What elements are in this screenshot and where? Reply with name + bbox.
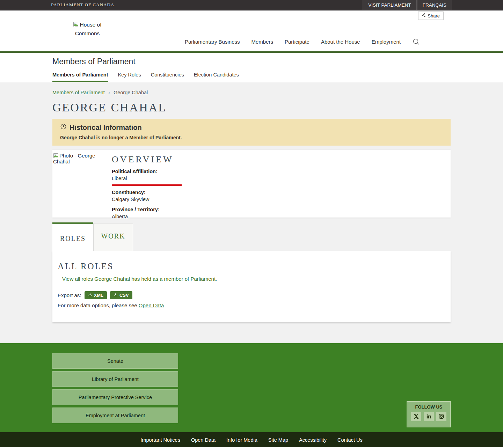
parliament-brand: PARLIAMENT OF CANADA: [51, 2, 114, 8]
view-all-roles-link[interactable]: View all roles George Chahal has held as…: [62, 276, 217, 282]
subnav-election-candidates[interactable]: Election Candidates: [194, 72, 239, 82]
house-of-commons-logo[interactable]: House of Commons: [63, 20, 112, 38]
subnav-key-roles[interactable]: Key Roles: [118, 72, 141, 82]
overview-heading: OVERVIEW: [112, 154, 182, 165]
nav-participate[interactable]: Participate: [285, 39, 309, 45]
language-toggle-francais[interactable]: FRANÇAIS: [417, 0, 452, 10]
search-icon[interactable]: [412, 38, 420, 46]
main-content: Members of Parliament › George Chahal GE…: [0, 82, 503, 343]
info-for-media-link[interactable]: Info for Media: [226, 437, 257, 443]
section-subnav: Members of Parliament Key Roles Constitu…: [52, 72, 503, 82]
historical-information-banner: Historical Information George Chahal is …: [52, 119, 451, 146]
nav-members[interactable]: Members: [251, 39, 273, 45]
profile-tabs: ROLES WORK: [52, 222, 451, 251]
export-xml-label: XML: [94, 293, 103, 298]
clock-icon: [60, 123, 67, 132]
open-data-text: For more data options, please see: [58, 302, 139, 308]
political-affiliation-value: Liberal: [112, 175, 182, 182]
open-data-row: For more data options, please see Open D…: [58, 302, 451, 308]
province-value: Alberta: [112, 213, 182, 220]
visit-parliament-link[interactable]: VISIT PARLIAMENT: [363, 0, 417, 10]
nav-about-the-house[interactable]: About the House: [321, 39, 360, 45]
tab-roles[interactable]: ROLES: [52, 222, 93, 251]
constituency-value: Calgary Skyview: [112, 196, 182, 203]
download-icon: [114, 293, 118, 298]
main-navigation: Parliamentary Business Members Participa…: [185, 38, 420, 46]
tab-work[interactable]: WORK: [93, 223, 133, 251]
export-csv-label: CSV: [119, 293, 129, 298]
members-section-header: Members of Parliament Members of Parliam…: [0, 53, 503, 82]
subnav-constituencies[interactable]: Constituencies: [151, 72, 184, 82]
instagram-icon[interactable]: [436, 412, 446, 421]
share-label: Share: [428, 13, 440, 19]
share-icon: [421, 13, 426, 19]
political-affiliation-label: Political Affiliation:: [112, 168, 182, 175]
export-xml-button[interactable]: XML: [85, 291, 107, 299]
export-csv-button[interactable]: CSV: [110, 291, 132, 299]
breadcrumb-members-link[interactable]: Members of Parliament: [52, 90, 105, 95]
overview-body: OVERVIEW Political Affiliation: Liberal …: [112, 150, 182, 218]
nav-parliamentary-business[interactable]: Parliamentary Business: [185, 39, 240, 45]
roles-panel: ALL ROLES View all roles George Chahal h…: [52, 251, 451, 322]
footer-employment-button[interactable]: Employment at Parliament: [52, 407, 178, 423]
site-map-link[interactable]: Site Map: [268, 437, 288, 443]
accessibility-link[interactable]: Accessibility: [299, 437, 327, 443]
notice-message: George Chahal is no longer a Member of P…: [60, 135, 443, 140]
spacer: [452, 0, 503, 10]
utility-bar: PARLIAMENT OF CANADA VISIT PARLIAMENT FR…: [0, 0, 503, 10]
important-notices-link[interactable]: Important Notices: [140, 437, 180, 443]
linkedin-icon[interactable]: [424, 412, 434, 421]
notice-title: Historical Information: [70, 124, 142, 132]
party-color-bar: [112, 184, 182, 186]
footer-library-button[interactable]: Library of Parliament: [52, 371, 178, 387]
site-header: Share House of Commons Parliamentary Bus…: [0, 10, 503, 53]
province-label: Province / Territory:: [112, 206, 182, 213]
chevron-right-icon: ›: [108, 89, 110, 95]
all-roles-heading: ALL ROLES: [58, 262, 451, 271]
nav-employment[interactable]: Employment: [372, 39, 401, 45]
export-as-label: Export as:: [58, 292, 81, 298]
site-footer: Senate Library of Parliament Parliamenta…: [0, 343, 503, 432]
breadcrumb-current: George Chahal: [114, 90, 148, 95]
download-icon: [88, 293, 92, 298]
follow-us-label: FOLLOW US: [407, 404, 450, 410]
broken-image-icon: [53, 153, 59, 159]
overview-card: Photo - George Chahal OVERVIEW Political…: [52, 150, 451, 218]
subnav-members-of-parliament[interactable]: Members of Parliament: [52, 72, 108, 82]
contact-us-link[interactable]: Contact Us: [337, 437, 363, 443]
spacer: [114, 0, 363, 10]
constituency-label: Constituency:: [112, 189, 182, 196]
photo-alt-text: Photo - George Chahal: [53, 153, 95, 164]
follow-us-panel: FOLLOW US: [407, 401, 451, 427]
open-data-link[interactable]: Open Data: [139, 302, 164, 308]
section-title: Members of Parliament: [52, 57, 503, 66]
share-button[interactable]: Share: [418, 12, 444, 20]
member-photo: Photo - George Chahal: [52, 150, 112, 218]
legal-links-bar: Important Notices Open Data Info for Med…: [0, 432, 503, 447]
page-title: GEORGE CHAHAL: [52, 101, 451, 114]
x-twitter-icon[interactable]: [411, 412, 421, 421]
footer-protective-service-button[interactable]: Parliamentary Protective Service: [52, 389, 178, 405]
broken-image-icon: [73, 22, 80, 28]
breadcrumb: Members of Parliament › George Chahal: [52, 89, 451, 95]
export-row: Export as: XML CSV: [58, 291, 451, 299]
footer-senate-button[interactable]: Senate: [52, 353, 178, 369]
open-data-footer-link[interactable]: Open Data: [191, 437, 216, 443]
